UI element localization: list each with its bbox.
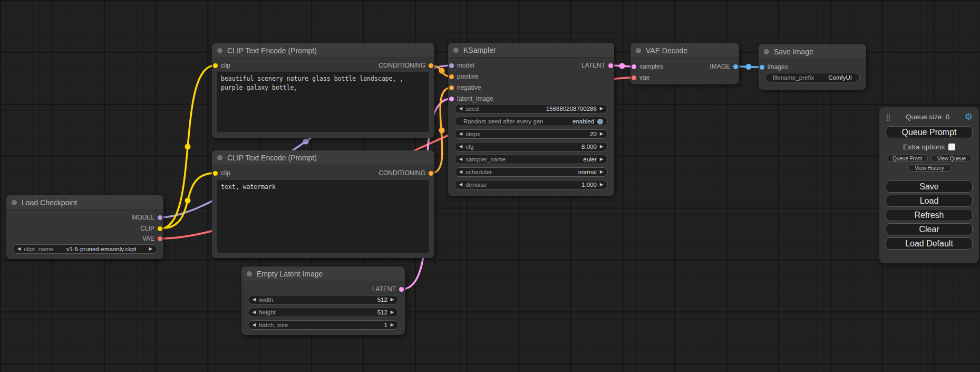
increment-arrow-icon[interactable]: ▶ xyxy=(600,107,603,111)
model-port-icon[interactable] xyxy=(158,215,162,220)
node-header[interactable]: VAE Decode xyxy=(630,43,739,58)
output-slot-image[interactable]: IMAGE xyxy=(710,62,738,71)
sampler-name-widget[interactable]: ◀ sampler_name euler ▶ xyxy=(454,155,608,164)
load-button[interactable]: Load xyxy=(886,195,973,207)
node-clip-text-encode-positive[interactable]: CLIP Text Encode (Prompt) clip CONDITION… xyxy=(212,43,434,138)
increment-arrow-icon[interactable]: ▶ xyxy=(391,323,394,327)
load-default-button[interactable]: Load Default xyxy=(886,237,973,250)
decrement-arrow-icon[interactable]: ◀ xyxy=(459,132,462,136)
model-port-icon[interactable] xyxy=(449,63,454,68)
input-slot-vae[interactable]: vae xyxy=(632,73,649,82)
refresh-button[interactable]: Refresh xyxy=(886,209,973,221)
node-header[interactable]: Save Image xyxy=(759,44,866,59)
collapse-dot-icon[interactable] xyxy=(636,48,641,53)
decrement-arrow-icon[interactable]: ◀ xyxy=(459,107,462,111)
denoise-widget[interactable]: ◀ denoise 1.000 ▶ xyxy=(454,180,608,189)
node-header[interactable]: CLIP Text Encode (Prompt) xyxy=(212,150,434,165)
prompt-text-input[interactable]: text, watermark xyxy=(217,180,429,253)
node-graph-canvas[interactable]: Load Checkpoint MODEL CLIP VAE ◀ ckpt_na… xyxy=(0,0,980,372)
cfg-widget[interactable]: ◀ cfg 8.000 ▶ xyxy=(454,142,608,151)
decrement-arrow-icon[interactable]: ◀ xyxy=(459,157,462,161)
latent-port-icon[interactable] xyxy=(632,64,636,69)
input-slot-samples[interactable]: samples xyxy=(632,62,663,71)
output-slot-clip[interactable]: CLIP xyxy=(140,224,162,233)
increment-arrow-icon[interactable]: ▶ xyxy=(600,170,603,174)
decrement-arrow-icon[interactable]: ◀ xyxy=(459,183,462,187)
node-load-checkpoint[interactable]: Load Checkpoint MODEL CLIP VAE ◀ ckpt_na… xyxy=(6,195,163,259)
clip-port-icon[interactable] xyxy=(213,63,218,68)
node-header[interactable]: CLIP Text Encode (Prompt) xyxy=(212,43,434,58)
increment-arrow-icon[interactable]: ▶ xyxy=(391,298,394,302)
node-save-image[interactable]: Save Image images filename_prefix ComfyU… xyxy=(759,44,866,90)
input-slot-clip[interactable]: clip xyxy=(213,168,230,178)
width-widget[interactable]: ◀ width 512 ▶ xyxy=(248,295,399,304)
vae-port-icon[interactable] xyxy=(158,236,162,241)
collapse-dot-icon[interactable] xyxy=(247,271,252,276)
increment-arrow-icon[interactable]: ▶ xyxy=(391,310,394,314)
increment-arrow-icon[interactable]: ▶ xyxy=(149,247,152,251)
node-header[interactable]: KSampler xyxy=(448,43,614,58)
latent-port-icon[interactable] xyxy=(608,63,613,68)
increment-arrow-icon[interactable]: ▶ xyxy=(600,132,603,136)
input-slot-latent-image[interactable]: latent_image xyxy=(449,94,493,103)
steps-widget[interactable]: ◀ steps 20 ▶ xyxy=(454,129,608,139)
input-slot-negative[interactable]: negative xyxy=(449,83,481,92)
filename-prefix-widget[interactable]: filename_prefix ComfyUI xyxy=(765,73,860,82)
clear-button[interactable]: Clear xyxy=(886,223,973,235)
output-slot-model[interactable]: MODEL xyxy=(132,213,162,222)
decrement-arrow-icon[interactable]: ◀ xyxy=(459,170,462,174)
output-slot-conditioning[interactable]: CONDITIONING xyxy=(379,168,433,178)
output-slot-latent[interactable]: LATENT xyxy=(372,284,404,294)
collapse-dot-icon[interactable] xyxy=(12,200,17,205)
image-port-icon[interactable] xyxy=(733,64,738,69)
decrement-arrow-icon[interactable]: ◀ xyxy=(253,310,256,314)
node-empty-latent-image[interactable]: Empty Latent Image LATENT ◀ width 512 ▶ … xyxy=(241,266,405,335)
latent-port-icon[interactable] xyxy=(399,287,404,292)
node-header[interactable]: Load Checkpoint xyxy=(6,195,163,210)
node-clip-text-encode-negative[interactable]: CLIP Text Encode (Prompt) clip CONDITION… xyxy=(212,150,434,258)
batch-size-widget[interactable]: ◀ batch_size 1 ▶ xyxy=(248,320,399,330)
conditioning-port-icon[interactable] xyxy=(429,63,433,68)
save-button[interactable]: Save xyxy=(886,180,973,193)
decrement-arrow-icon[interactable]: ◀ xyxy=(17,247,21,251)
prompt-text-input[interactable]: beautiful scenery nature glass bottle la… xyxy=(217,72,429,132)
toggle-icon[interactable] xyxy=(597,119,603,125)
increment-arrow-icon[interactable]: ▶ xyxy=(600,145,603,149)
collapse-dot-icon[interactable] xyxy=(453,47,459,53)
conditioning-port-icon[interactable] xyxy=(429,171,433,176)
output-slot-latent[interactable]: LATENT xyxy=(581,61,613,70)
view-queue-button[interactable]: View Queue xyxy=(931,155,972,162)
node-vae-decode[interactable]: VAE Decode samples vae IMAGE xyxy=(630,43,739,84)
decrement-arrow-icon[interactable]: ◀ xyxy=(253,323,256,327)
extra-options-checkbox[interactable] xyxy=(948,144,955,150)
increment-arrow-icon[interactable]: ▶ xyxy=(600,157,603,161)
conditioning-port-icon[interactable] xyxy=(449,85,454,90)
height-widget[interactable]: ◀ height 512 ▶ xyxy=(248,308,399,317)
ckpt-name-widget[interactable]: ◀ ckpt_name v1-5-pruned-emaonly.ckpt ▶ xyxy=(13,244,157,254)
input-slot-images[interactable]: images xyxy=(760,62,788,72)
node-header[interactable]: Empty Latent Image xyxy=(241,266,405,281)
input-slot-model[interactable]: model xyxy=(449,61,474,70)
collapse-dot-icon[interactable] xyxy=(764,49,769,54)
clip-port-icon[interactable] xyxy=(158,226,162,231)
collapse-dot-icon[interactable] xyxy=(217,155,222,160)
queue-front-button[interactable]: Queue Front xyxy=(887,155,928,162)
decrement-arrow-icon[interactable]: ◀ xyxy=(459,145,462,149)
queue-prompt-button[interactable]: Queue Prompt xyxy=(886,126,973,138)
increment-arrow-icon[interactable]: ▶ xyxy=(600,183,603,187)
output-slot-vae[interactable]: VAE xyxy=(142,234,162,243)
input-slot-positive[interactable]: positive xyxy=(449,72,479,81)
node-ksampler[interactable]: KSampler model positive negative latent_… xyxy=(448,43,614,196)
drag-handle-icon[interactable]: ⣿ xyxy=(886,113,891,120)
clip-port-icon[interactable] xyxy=(213,171,218,176)
scheduler-widget[interactable]: ◀ scheduler normal ▶ xyxy=(454,167,608,177)
random-seed-toggle-widget[interactable]: Random seed after every gen enabled xyxy=(454,117,608,126)
output-slot-conditioning[interactable]: CONDITIONING xyxy=(379,61,433,70)
collapse-dot-icon[interactable] xyxy=(217,48,222,53)
gear-icon[interactable]: ⚙ xyxy=(965,112,973,121)
view-history-button[interactable]: View History xyxy=(907,164,952,171)
image-port-icon[interactable] xyxy=(760,65,764,70)
decrement-arrow-icon[interactable]: ◀ xyxy=(253,298,256,302)
conditioning-port-icon[interactable] xyxy=(449,74,454,79)
input-slot-clip[interactable]: clip xyxy=(213,61,230,70)
